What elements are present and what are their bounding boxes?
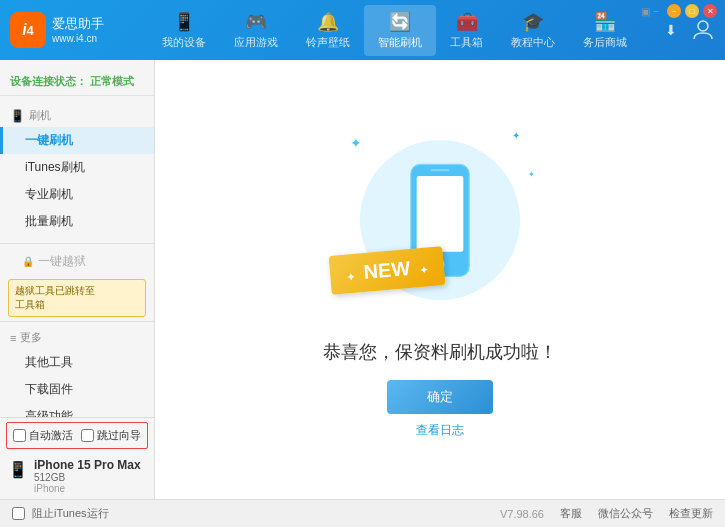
device-icon: 📱: [8, 460, 28, 479]
device-type: iPhone: [34, 483, 146, 494]
footer-right: V7.98.66 客服 微信公众号 检查更新: [500, 506, 713, 521]
auto-activate-label[interactable]: 自动激活: [13, 428, 73, 443]
close-btn[interactable]: ✕: [703, 4, 717, 18]
main-content: ✦ ✦ ✦ NEW 恭喜您，保资料刷机成功啦！ 确定 查看日志: [155, 60, 725, 499]
logo-sub: www.i4.cn: [52, 33, 104, 44]
nav-ringtones-icon: 🔔: [317, 11, 339, 33]
device-status: 设备连接状态： 正常模式: [0, 68, 154, 96]
nav-tools[interactable]: 🧰 工具箱: [436, 5, 497, 56]
footer-link-update[interactable]: 检查更新: [669, 506, 713, 521]
window-controls: ▣− − □ ✕: [641, 4, 717, 18]
guide-label[interactable]: 跳过向导: [81, 428, 141, 443]
log-link[interactable]: 查看日志: [416, 422, 464, 439]
more-icon: ≡: [10, 332, 16, 344]
nav-apps-games-icon: 🎮: [245, 11, 267, 33]
logo-name: 爱思助手: [52, 16, 104, 33]
footer-left: 阻止iTunes运行: [12, 506, 500, 521]
nav-ringtones[interactable]: 🔔 铃声壁纸: [292, 5, 364, 56]
version-label: V7.98.66: [500, 508, 544, 520]
flash-section: 📱 刷机 一键刷机 iTunes刷机 专业刷机 批量刷机: [0, 100, 154, 239]
flash-section-icon: 📱: [10, 109, 25, 123]
svg-point-0: [698, 21, 708, 31]
sidebar-item-download-firmware[interactable]: 下载固件: [0, 376, 154, 403]
sidebar-bottom: 自动激活 跳过向导 📱 iPhone 15 Pro Max 512GB iPho…: [0, 417, 155, 499]
logo-icon: i4: [10, 12, 46, 48]
more-section-header: ≡ 更多: [0, 326, 154, 349]
nav-tools-icon: 🧰: [456, 11, 478, 33]
nav-services-icon: 🏪: [594, 11, 616, 33]
sidebar-item-other-tools[interactable]: 其他工具: [0, 349, 154, 376]
lock-icon: 🔒: [22, 256, 34, 267]
status-value: 正常模式: [90, 75, 134, 87]
header-right: ⬇: [659, 18, 715, 42]
jailbreak-warning: 越狱工具已跳转至工具箱: [8, 279, 146, 317]
nav-tutorials[interactable]: 🎓 教程中心: [497, 5, 569, 56]
illustration: ✦ ✦ ✦ NEW: [340, 120, 540, 320]
confirm-button[interactable]: 确定: [387, 380, 493, 414]
stop-itunes-checkbox[interactable]: [12, 507, 25, 520]
device-item[interactable]: 📱 iPhone 15 Pro Max 512GB iPhone: [0, 453, 154, 499]
device-storage: 512GB: [34, 472, 146, 483]
nav-bar: 📱 我的设备 🎮 应用游戏 🔔 铃声壁纸 🔄 智能刷机 🧰 工具箱 🎓: [130, 5, 659, 56]
svg-rect-2: [417, 176, 464, 252]
restore-btn[interactable]: □: [685, 4, 699, 18]
footer-link-service[interactable]: 客服: [560, 506, 582, 521]
sidebar-item-pro-flash[interactable]: 专业刷机: [0, 181, 154, 208]
sparkle-2: ✦: [512, 130, 520, 141]
sidebar-divider-2: [0, 321, 154, 322]
success-text: 恭喜您，保资料刷机成功啦！: [323, 340, 557, 364]
footer: 阻止iTunes运行 V7.98.66 客服 微信公众号 检查更新: [0, 499, 725, 527]
header: i4 爱思助手 www.i4.cn 📱 我的设备 🎮 应用游戏 🔔 铃声壁纸 🔄: [0, 0, 725, 60]
guide-checkbox[interactable]: [81, 429, 94, 442]
flash-section-header: 📱 刷机: [0, 104, 154, 127]
nav-smart-flash[interactable]: 🔄 智能刷机: [364, 5, 436, 56]
device-name: iPhone 15 Pro Max: [34, 458, 146, 472]
auto-activate-checkbox[interactable]: [13, 429, 26, 442]
footer-link-wechat[interactable]: 微信公众号: [598, 506, 653, 521]
nav-tutorials-icon: 🎓: [522, 11, 544, 33]
auto-area: 自动激活 跳过向导: [6, 422, 148, 449]
nav-apps-games[interactable]: 🎮 应用游戏: [220, 5, 292, 56]
sparkle-3: ✦: [528, 170, 535, 179]
sparkle-1: ✦: [350, 135, 362, 151]
user-btn[interactable]: [691, 18, 715, 42]
sidebar-item-one-key-flash[interactable]: 一键刷机: [0, 127, 154, 154]
stop-itunes-label: 阻止iTunes运行: [32, 506, 109, 521]
sidebar-item-jailbreak: 🔒 一键越狱: [0, 248, 154, 275]
sidebar-divider-1: [0, 243, 154, 244]
sidebar-item-itunes-flash[interactable]: iTunes刷机: [0, 154, 154, 181]
svg-rect-4: [431, 169, 450, 171]
nav-smart-flash-icon: 🔄: [389, 11, 411, 33]
nav-my-device[interactable]: 📱 我的设备: [148, 5, 220, 56]
device-info: iPhone 15 Pro Max 512GB iPhone: [34, 458, 146, 494]
logo: i4 爱思助手 www.i4.cn: [10, 12, 110, 48]
sidebar-item-batch-flash[interactable]: 批量刷机: [0, 208, 154, 235]
download-btn[interactable]: ⬇: [659, 18, 683, 42]
nav-services[interactable]: 🏪 务后商城: [569, 5, 641, 56]
nav-my-device-icon: 📱: [173, 11, 195, 33]
minimize-btn[interactable]: −: [667, 4, 681, 18]
